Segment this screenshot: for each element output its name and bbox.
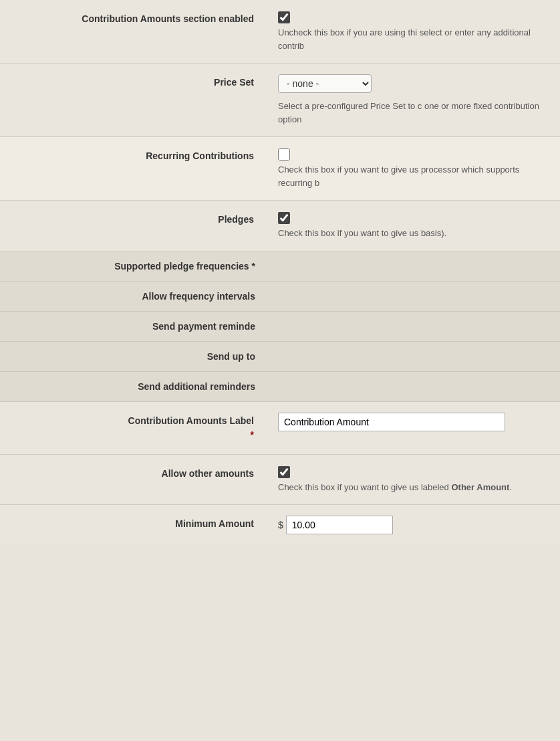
- minimum-amount-value: $: [267, 505, 560, 545]
- price-set-row: Price Set - none - Select a pre-configur…: [0, 64, 560, 137]
- required-asterisk: *: [252, 261, 255, 272]
- send-payment-reminder-label: Send payment reminde: [0, 312, 266, 341]
- recurring-contributions-label: Recurring Contributions: [0, 137, 267, 200]
- pledges-description: Check this box if you want to give us ba…: [278, 227, 549, 240]
- contribution-amounts-enabled-row: Contribution Amounts section enabled Unc…: [0, 0, 560, 64]
- send-payment-reminder-value: [266, 312, 560, 341]
- form-container: Contribution Amounts section enabled Unc…: [0, 0, 560, 545]
- contribution-amounts-label-value: [267, 402, 560, 454]
- recurring-contributions-row: Recurring Contributions Check this box i…: [0, 137, 560, 201]
- send-additional-reminders-row: Send additional reminders: [0, 372, 560, 402]
- contribution-amounts-required-asterisk: *: [251, 429, 254, 440]
- send-additional-reminders-value: [266, 372, 560, 401]
- allow-other-amounts-row: Allow other amounts Check this box if yo…: [0, 455, 560, 506]
- supported-pledge-frequencies-row: Supported pledge frequencies *: [0, 251, 560, 282]
- supported-pledge-frequencies-label: Supported pledge frequencies *: [0, 251, 266, 281]
- allow-other-amounts-value: Check this box if you want to give us la…: [267, 455, 560, 505]
- minimum-amount-label: Minimum Amount: [0, 505, 267, 545]
- dollar-sign: $: [278, 520, 283, 530]
- minimum-amount-input[interactable]: [286, 516, 393, 534]
- allow-frequency-intervals-value: [266, 282, 560, 311]
- recurring-contributions-description: Check this box if you want to give us pr…: [278, 163, 549, 189]
- allow-frequency-intervals-row: Allow frequency intervals: [0, 282, 560, 312]
- contribution-amounts-enabled-checkbox[interactable]: [278, 11, 290, 23]
- send-payment-reminder-row: Send payment reminde: [0, 312, 560, 342]
- contribution-amounts-label-input[interactable]: [278, 413, 505, 431]
- pledges-row: Pledges Check this box if you want to gi…: [0, 201, 560, 251]
- send-additional-reminders-label: Send additional reminders: [0, 372, 266, 401]
- price-set-label: Price Set: [0, 64, 267, 136]
- recurring-contributions-value: Check this box if you want to give us pr…: [267, 137, 560, 200]
- minimum-amount-row: Minimum Amount $: [0, 505, 560, 545]
- allow-other-amounts-label: Allow other amounts: [0, 455, 267, 505]
- contribution-amounts-label-row: Contribution Amounts Label *: [0, 402, 560, 455]
- contribution-amounts-enabled-description: Uncheck this box if you are using thi se…: [278, 26, 549, 52]
- contribution-amounts-enabled-value: Uncheck this box if you are using thi se…: [267, 0, 560, 63]
- contribution-amounts-enabled-label: Contribution Amounts section enabled: [0, 0, 267, 63]
- send-up-to-value: [266, 342, 560, 371]
- contribution-amounts-label-cell: Contribution Amounts Label *: [0, 402, 267, 454]
- pledges-value: Check this box if you want to give us ba…: [267, 201, 560, 251]
- pledges-checkbox[interactable]: [278, 212, 290, 224]
- pledges-label: Pledges: [0, 201, 267, 251]
- supported-pledge-frequencies-value: [266, 251, 560, 281]
- allow-frequency-intervals-label: Allow frequency intervals: [0, 282, 266, 311]
- send-up-to-row: Send up to: [0, 342, 560, 372]
- price-set-value: - none - Select a pre-configured Price S…: [267, 64, 560, 136]
- recurring-contributions-checkbox[interactable]: [278, 148, 290, 161]
- price-set-description: Select a pre-configured Price Set to c o…: [278, 100, 549, 126]
- allow-other-amounts-description: Check this box if you want to give us la…: [278, 481, 549, 494]
- allow-other-amounts-checkbox[interactable]: [278, 466, 290, 478]
- send-up-to-label: Send up to: [0, 342, 266, 371]
- price-set-select[interactable]: - none -: [278, 74, 372, 93]
